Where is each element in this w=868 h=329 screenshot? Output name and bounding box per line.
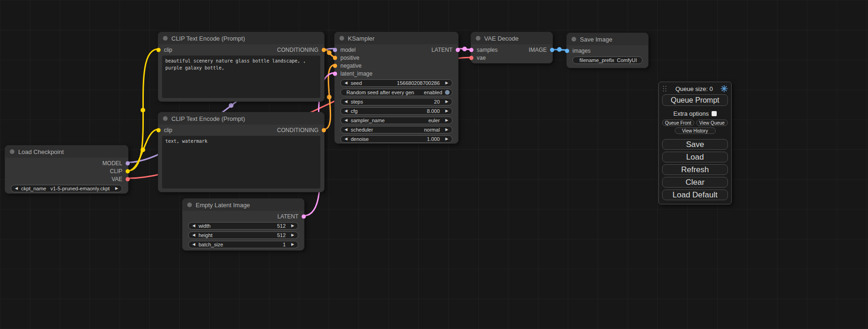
widget-ckpt-name[interactable]: ◀ ckpt_name v1-5-pruned-emaonly.ckpt ▶ <box>11 185 122 192</box>
widget-batch-size[interactable]: ◀ batch_size 1 ▶ <box>188 241 298 248</box>
decrement-arrow-icon[interactable]: ◀ <box>345 109 347 113</box>
decrement-arrow-icon[interactable]: ◀ <box>345 81 347 85</box>
output-port-latent[interactable] <box>456 48 460 52</box>
decrement-arrow-icon[interactable]: ◀ <box>192 243 195 246</box>
collapse-toggle-icon[interactable] <box>572 37 576 42</box>
node-title-bar[interactable]: CLIP Text Encode (Prompt) <box>158 112 324 125</box>
output-port-conditioning[interactable] <box>322 128 326 132</box>
input-port-latent-image[interactable] <box>333 71 337 76</box>
input-port-images[interactable] <box>565 49 569 53</box>
decrement-arrow-icon[interactable]: ◀ <box>192 224 195 228</box>
prev-value-arrow-icon[interactable]: ◀ <box>345 119 347 122</box>
prev-value-arrow-icon[interactable]: ◀ <box>15 187 18 190</box>
extra-options-checkbox[interactable] <box>712 111 717 116</box>
node-load-checkpoint[interactable]: Load Checkpoint MODEL CLIP VAE ◀ ckpt_na… <box>5 145 128 194</box>
view-history-button[interactable]: View History <box>675 127 716 134</box>
link-midpoint-dot <box>141 108 145 112</box>
widget-filename-prefix[interactable]: filename_prefix ComfyUI <box>572 56 642 64</box>
widget-sampler-name[interactable]: ◀ sampler_name euler ▶ <box>340 117 452 124</box>
extra-options-row: Extra options <box>662 109 728 118</box>
prompt-textarea[interactable]: text, watermark <box>162 136 320 189</box>
clear-button[interactable]: Clear <box>662 177 728 188</box>
save-button[interactable]: Save <box>662 139 728 150</box>
output-port-latent[interactable] <box>302 214 306 218</box>
decrement-arrow-icon[interactable]: ◀ <box>345 100 347 104</box>
collapse-toggle-icon[interactable] <box>187 203 192 207</box>
load-button[interactable]: Load <box>662 152 728 162</box>
settings-gear-icon[interactable] <box>720 85 728 92</box>
output-slot-model: MODEL <box>5 159 128 167</box>
collapse-toggle-icon[interactable] <box>476 36 480 41</box>
input-port-samples[interactable] <box>469 48 473 52</box>
node-clip-text-encode-negative[interactable]: CLIP Text Encode (Prompt) clip CONDITION… <box>158 112 325 192</box>
node-title: Load Checkpoint <box>18 148 64 155</box>
input-port-model[interactable] <box>333 48 337 52</box>
collapse-toggle-icon[interactable] <box>10 149 14 154</box>
widget-height[interactable]: ◀ height 512 ▶ <box>188 231 298 239</box>
node-save-image[interactable]: Save Image images filename_prefix ComfyU… <box>566 33 649 68</box>
increment-arrow-icon[interactable]: ▶ <box>445 81 448 85</box>
output-port-vae[interactable] <box>126 177 130 181</box>
link-midpoint-dot <box>141 147 145 152</box>
collapse-toggle-icon[interactable] <box>339 36 344 41</box>
increment-arrow-icon[interactable]: ▶ <box>291 224 294 228</box>
collapse-toggle-icon[interactable] <box>163 36 168 41</box>
next-value-arrow-icon[interactable]: ▶ <box>115 187 118 190</box>
widget-label: denoise <box>351 136 369 142</box>
link-midpoint-dot <box>557 47 562 52</box>
widget-scheduler[interactable]: ◀ scheduler normal ▶ <box>340 126 452 133</box>
collapse-toggle-icon[interactable] <box>163 116 168 121</box>
widget-seed[interactable]: ◀ seed 156680208700286 ▶ <box>340 79 452 87</box>
toggle-indicator-icon[interactable] <box>445 90 450 95</box>
link-midpoint-dot <box>462 47 467 51</box>
queue-panel: Queue size: 0 Queue Prompt Extra options… <box>658 82 732 204</box>
slot-row-clip-conditioning: clip CONDITIONING <box>158 126 324 134</box>
prompt-textarea[interactable]: beautiful scenery nature glass bottle la… <box>162 56 320 98</box>
slot-label-negative: negative <box>340 63 361 69</box>
output-port-conditioning[interactable] <box>322 48 326 52</box>
widget-steps[interactable]: ◀ steps 20 ▶ <box>340 98 452 105</box>
node-title-bar[interactable]: Load Checkpoint <box>5 146 128 158</box>
drag-handle-icon[interactable] <box>662 85 668 92</box>
output-slot-vae: VAE <box>5 175 128 183</box>
node-empty-latent-image[interactable]: Empty Latent Image LATENT ◀ width 512 ▶ … <box>182 198 304 251</box>
decrement-arrow-icon[interactable]: ◀ <box>345 137 347 141</box>
widget-label: filename_prefix <box>579 57 614 63</box>
node-title-bar[interactable]: Save Image <box>567 33 648 45</box>
node-title-bar[interactable]: Empty Latent Image <box>183 199 304 211</box>
node-title-bar[interactable]: KSampler <box>335 32 458 44</box>
output-port-model[interactable] <box>126 161 130 165</box>
input-port-negative[interactable] <box>333 63 337 68</box>
input-port-clip[interactable] <box>156 48 161 52</box>
node-canvas[interactable]: Load Checkpoint MODEL CLIP VAE ◀ ckpt_na… <box>0 0 868 329</box>
increment-arrow-icon[interactable]: ▶ <box>291 243 294 246</box>
queue-prompt-button[interactable]: Queue Prompt <box>662 94 728 106</box>
decrement-arrow-icon[interactable]: ◀ <box>192 233 195 237</box>
node-clip-text-encode-positive[interactable]: CLIP Text Encode (Prompt) clip CONDITION… <box>158 32 325 102</box>
increment-arrow-icon[interactable]: ▶ <box>445 109 448 113</box>
load-default-button[interactable]: Load Default <box>662 189 728 200</box>
node-title-bar[interactable]: CLIP Text Encode (Prompt) <box>158 32 324 44</box>
widget-width[interactable]: ◀ width 512 ▶ <box>188 222 298 230</box>
widget-cfg[interactable]: ◀ cfg 8.000 ▶ <box>340 107 452 115</box>
increment-arrow-icon[interactable]: ▶ <box>445 137 448 141</box>
node-title-bar[interactable]: VAE Decode <box>471 32 552 44</box>
output-port-clip[interactable] <box>126 169 130 173</box>
view-queue-button[interactable]: View Queue <box>696 119 728 126</box>
node-ksampler[interactable]: KSampler model LATENT positive negative … <box>334 32 459 144</box>
prev-value-arrow-icon[interactable]: ◀ <box>345 128 347 132</box>
queue-front-button[interactable]: Queue Front <box>662 119 694 126</box>
node-vae-decode[interactable]: VAE Decode samples IMAGE vae <box>471 32 553 63</box>
output-port-image[interactable] <box>550 48 554 52</box>
next-value-arrow-icon[interactable]: ▶ <box>445 119 448 122</box>
input-port-clip[interactable] <box>156 128 161 132</box>
widget-label: width <box>198 223 211 229</box>
increment-arrow-icon[interactable]: ▶ <box>291 233 294 237</box>
increment-arrow-icon[interactable]: ▶ <box>445 100 448 104</box>
input-port-positive[interactable] <box>333 56 337 60</box>
next-value-arrow-icon[interactable]: ▶ <box>445 128 448 132</box>
refresh-button[interactable]: Refresh <box>662 164 728 175</box>
widget-denoise[interactable]: ◀ denoise 1.000 ▶ <box>340 135 452 143</box>
input-port-vae[interactable] <box>469 56 473 60</box>
widget-random-seed-toggle[interactable]: Random seed after every gen enabled <box>340 89 452 96</box>
